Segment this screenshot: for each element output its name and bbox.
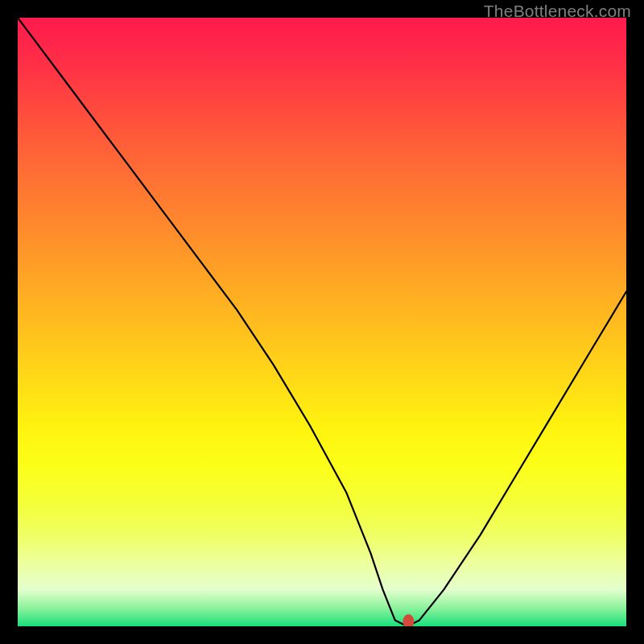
bottleneck-curve: [18, 18, 626, 626]
curve-svg: [18, 18, 626, 626]
plot-area: [18, 18, 626, 626]
curve-marker: [402, 614, 414, 626]
chart-frame: TheBottleneck.com: [0, 0, 644, 644]
watermark-text: TheBottleneck.com: [484, 2, 631, 21]
